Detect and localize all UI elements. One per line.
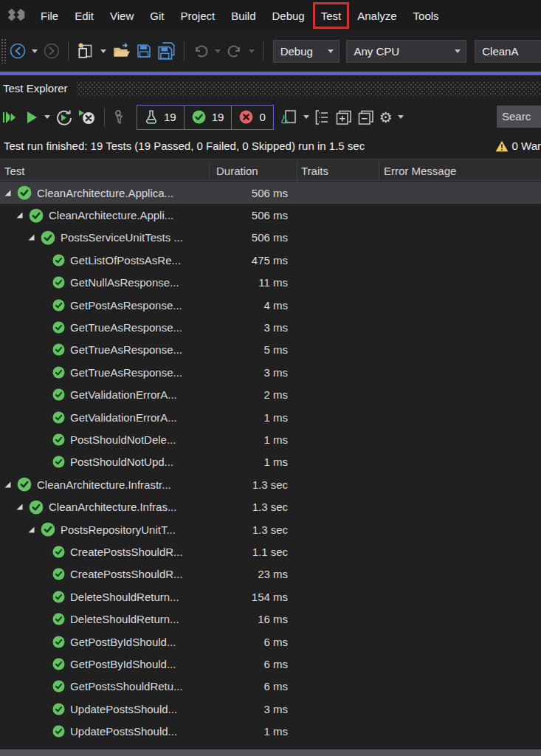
column-header[interactable]: Duration xyxy=(216,159,258,182)
column-header[interactable]: Error Message xyxy=(384,159,456,182)
redo-dropdown-caret[interactable] xyxy=(249,49,255,53)
redo-button[interactable] xyxy=(224,38,246,63)
test-tree-row[interactable]: GetValidationErrorA... 1 ms xyxy=(0,406,541,428)
repeat-last-run-button[interactable] xyxy=(53,105,75,130)
test-tree-row[interactable]: GetPostAsResponse... 4 ms xyxy=(0,294,541,316)
test-tree-row[interactable]: DeleteShouldReturn... 16 ms xyxy=(0,608,541,630)
new-project-button[interactable] xyxy=(74,38,97,63)
column-header[interactable]: Test xyxy=(4,159,25,182)
new-project-dropdown-caret[interactable] xyxy=(100,49,106,53)
test-tree-row[interactable]: CreatePostsShouldR... 1.1 sec xyxy=(0,540,541,563)
undo-dropdown-caret[interactable] xyxy=(215,49,221,53)
test-tree-row[interactable]: PostsServiceUnitTests ... 506 ms xyxy=(0,227,541,249)
test-tree-row[interactable]: CleanArchitecture.Infras... 1.3 sec xyxy=(0,495,541,518)
solution-configuration-dropdown[interactable]: Debug xyxy=(273,40,340,63)
test-tree-row[interactable]: UpdatePostsShould... 3 ms xyxy=(0,698,541,720)
test-tree-row[interactable]: CleanArchitecture.Applica... 506 ms xyxy=(0,182,541,204)
startup-project-button[interactable]: CleanA xyxy=(475,40,541,63)
test-duration: 1.3 sec xyxy=(214,523,288,536)
column-separator[interactable] xyxy=(209,161,210,180)
undo-button[interactable] xyxy=(190,38,212,63)
settings-button[interactable]: ⚙ xyxy=(377,105,395,130)
menu-item[interactable]: Git xyxy=(142,2,172,29)
expander-icon[interactable] xyxy=(27,233,35,241)
test-tree-row[interactable]: GetTrueAsResponse... 5 ms xyxy=(0,339,541,361)
warnings-button[interactable]: 0 War xyxy=(495,140,541,152)
passed-tests-filter-button[interactable]: 19 xyxy=(185,105,232,130)
menu-item[interactable]: Project xyxy=(172,2,223,29)
test-name: CreatePostsShouldR... xyxy=(70,546,183,558)
navigate-forward-button[interactable] xyxy=(41,38,63,63)
menu-item[interactable]: Edit xyxy=(66,2,102,29)
test-tree-row[interactable]: CreatePostsShouldR... 23 ms xyxy=(0,563,541,585)
test-tree-row[interactable]: GetValidationErrorA... 2 ms xyxy=(0,384,541,406)
passed-tests-count: 19 xyxy=(212,111,224,123)
navigate-back-button[interactable] xyxy=(7,38,29,63)
toolbar-drag-grip[interactable] xyxy=(1,38,7,63)
group-by-dropdown-caret[interactable] xyxy=(303,115,309,119)
settings-dropdown-caret[interactable] xyxy=(398,115,404,119)
test-explorer-title-bar[interactable]: Test Explorer xyxy=(0,75,541,101)
save-all-button[interactable] xyxy=(155,38,179,63)
warnings-count: 0 War xyxy=(512,140,541,152)
expander-icon[interactable] xyxy=(15,211,24,219)
column-separator[interactable] xyxy=(297,161,297,180)
test-tree-row[interactable]: PostsRepositoryUnitT... 1.3 sec xyxy=(0,518,541,540)
run-tests-button[interactable] xyxy=(22,105,41,130)
open-file-button[interactable] xyxy=(109,38,133,63)
test-tree-row[interactable]: GetNullAsResponse... 11 ms xyxy=(0,272,541,294)
test-name: PostShouldNotDele... xyxy=(70,433,176,446)
save-icon xyxy=(135,42,153,60)
test-tree-row[interactable]: GetListOfPostsAsRe... 475 ms xyxy=(0,249,541,271)
test-duration: 16 ms xyxy=(214,613,288,625)
hierarchy-view-button[interactable] xyxy=(312,105,333,130)
test-tree-row[interactable]: CleanArchitecture.Infrastr... 1.3 sec xyxy=(0,473,541,495)
menu-item[interactable]: View xyxy=(102,2,142,29)
expander-icon[interactable] xyxy=(4,481,12,489)
test-tree-row[interactable]: GetPostsShouldRetu... 6 ms xyxy=(0,676,541,698)
column-header[interactable]: Traits xyxy=(301,159,328,182)
failed-icon xyxy=(239,110,253,124)
test-duration: 1 ms xyxy=(214,725,288,738)
horizontal-scrollbar-thumb[interactable] xyxy=(0,749,541,756)
solution-platform-dropdown[interactable]: Any CPU xyxy=(346,40,466,63)
column-separator[interactable] xyxy=(379,161,379,180)
test-tree-row[interactable]: CleanArchitecture.Appli... 506 ms xyxy=(0,204,541,226)
test-name: CreatePostsShouldR... xyxy=(70,568,183,580)
menu-item[interactable]: Debug xyxy=(264,2,313,29)
expand-all-icon xyxy=(335,109,353,126)
test-tree-row[interactable]: GetPostByIdShould... 6 ms xyxy=(0,630,541,653)
test-duration: 154 ms xyxy=(214,591,288,603)
filter-tests-button[interactable] xyxy=(110,105,131,130)
total-tests-filter-button[interactable]: 19 xyxy=(137,105,185,130)
test-tree-row[interactable]: DeleteShouldReturn... 154 ms xyxy=(0,585,541,608)
test-tree-row[interactable]: UpdatePostsShould... 1 ms xyxy=(0,720,541,742)
expand-all-button[interactable] xyxy=(333,105,355,130)
test-tree-row[interactable]: PostShouldNotDele... 1 ms xyxy=(0,428,541,450)
test-result-filter-group: 19 19 0 xyxy=(137,105,274,130)
group-by-button[interactable] xyxy=(278,105,300,130)
menu-item[interactable]: Test xyxy=(313,2,350,29)
failed-tests-filter-button[interactable]: 0 xyxy=(232,105,273,130)
test-tree-row[interactable]: GetPostByIdShould... 6 ms xyxy=(0,653,541,675)
test-passed-icon xyxy=(29,500,44,515)
test-tree-row[interactable]: GetTrueAsResponse... 3 ms xyxy=(0,316,541,338)
save-button[interactable] xyxy=(133,38,155,63)
run-all-tests-button[interactable] xyxy=(0,105,22,130)
menu-item[interactable]: Tools xyxy=(405,2,447,29)
collapse-all-button[interactable] xyxy=(355,105,377,130)
run-dropdown-caret[interactable] xyxy=(44,115,50,119)
expander-icon[interactable] xyxy=(27,526,35,534)
expander-icon[interactable] xyxy=(15,503,24,511)
search-input[interactable]: Searc xyxy=(497,106,541,128)
expander-icon[interactable] xyxy=(4,189,12,197)
test-tree-row[interactable]: GetTrueAsResponse... 3 ms xyxy=(0,361,541,383)
horizontal-scrollbar[interactable] xyxy=(0,749,541,756)
menu-item[interactable]: File xyxy=(32,2,66,29)
test-passed-icon xyxy=(52,568,65,580)
menu-item[interactable]: Analyze xyxy=(349,2,404,29)
test-tree-row[interactable]: PostShouldNotUpd... 1 ms xyxy=(0,451,541,473)
menu-item[interactable]: Build xyxy=(223,2,263,29)
navigate-back-dropdown-caret[interactable] xyxy=(32,49,38,53)
run-failed-tests-button[interactable] xyxy=(75,105,99,130)
